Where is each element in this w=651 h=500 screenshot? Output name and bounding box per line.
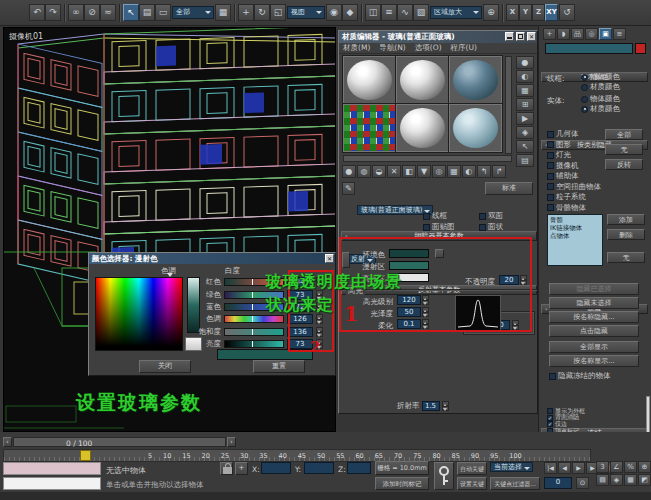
tab-display-icon[interactable]: ▣ bbox=[599, 28, 612, 40]
spec-level-spinner[interactable] bbox=[422, 295, 429, 305]
rotate-view-icon[interactable]: ↺ bbox=[559, 4, 575, 21]
menu-item[interactable]: 程序(U) bbox=[451, 43, 477, 53]
sample-vscrollbar[interactable] bbox=[505, 56, 512, 154]
go-to-parent-icon[interactable]: ↰ bbox=[477, 165, 491, 178]
ref-coord-dropdown[interactable]: 视图 bbox=[287, 6, 325, 19]
tab-hierarchy-icon[interactable]: 品 bbox=[571, 28, 584, 40]
go-to-sibling-icon[interactable]: ↱ bbox=[492, 165, 506, 178]
axis-x-button[interactable]: X bbox=[506, 4, 519, 21]
slider-spinner[interactable] bbox=[316, 290, 323, 300]
category-checkbox[interactable] bbox=[547, 141, 554, 148]
prev-frame-icon[interactable]: ◀ bbox=[558, 462, 571, 474]
pan-view-icon[interactable]: ⊕ bbox=[483, 4, 499, 21]
glossiness-spinner[interactable] bbox=[422, 307, 429, 317]
material-editor-titlebar[interactable]: 材质编辑器 - 玻璃(普通正面玻璃) ✕ bbox=[339, 31, 537, 43]
sample-type-icon[interactable]: ● bbox=[516, 56, 534, 69]
tab-utilities-icon[interactable]: ≡ bbox=[613, 28, 626, 40]
menu-item[interactable]: 选项(O) bbox=[415, 43, 442, 53]
slider-bar[interactable] bbox=[224, 291, 284, 299]
angle-snap-icon[interactable]: ∠ bbox=[610, 461, 623, 473]
slider-spinner[interactable] bbox=[316, 277, 323, 287]
category-remove-button[interactable]: 删除 bbox=[607, 229, 645, 240]
color-selector-titlebar[interactable]: 颜色选择器: 漫射色 ✕ bbox=[89, 253, 335, 264]
selection-set-dropdown[interactable]: 当前选择 bbox=[490, 462, 533, 472]
keyboard-override-icon[interactable]: ▤ bbox=[596, 474, 609, 486]
axis-xy-button[interactable]: XY bbox=[545, 4, 558, 21]
schematic-view-icon[interactable]: ▧ bbox=[413, 4, 429, 21]
track-left-arrow[interactable]: ‹ bbox=[3, 437, 12, 447]
go-to-start-icon[interactable]: |◀ bbox=[544, 462, 557, 474]
wire-object-color-radio[interactable] bbox=[581, 74, 588, 81]
crossing-icon[interactable]: ◩ bbox=[638, 474, 651, 486]
lock-ambient-diffuse-icon[interactable] bbox=[342, 252, 350, 268]
map-navigator-icon[interactable]: ▤ bbox=[516, 154, 534, 167]
slider-spinner[interactable] bbox=[316, 302, 323, 312]
select-by-name-icon[interactable]: ▤ bbox=[139, 4, 155, 21]
category-checkbox[interactable] bbox=[547, 204, 554, 211]
pick-material-icon[interactable]: ✎ bbox=[342, 182, 355, 195]
track-range-bar[interactable]: 0 / 100 bbox=[13, 437, 226, 447]
current-frame-field[interactable]: 0 bbox=[544, 477, 572, 489]
absolute-offset-toggle[interactable]: + bbox=[235, 462, 248, 475]
shaded-object-color-radio[interactable] bbox=[581, 96, 588, 103]
slider-bar[interactable] bbox=[224, 340, 284, 348]
slider-spinner[interactable] bbox=[316, 327, 323, 337]
rollout-shader-basic[interactable]: -明暗器基本参数 bbox=[341, 231, 537, 241]
rollout-basic-params[interactable]: -反射基本参数 bbox=[341, 285, 537, 295]
show-map-icon[interactable]: ▦ bbox=[447, 165, 461, 178]
undo-icon[interactable]: ↶ bbox=[29, 4, 45, 21]
hide-button[interactable]: 按名称隐藏... bbox=[549, 311, 639, 323]
glossiness-field[interactable]: 50 bbox=[397, 307, 421, 317]
hide-button[interactable]: 隐藏未选择 bbox=[549, 297, 639, 309]
close-icon[interactable]: ✕ bbox=[527, 32, 536, 41]
redo-icon[interactable]: ↷ bbox=[45, 4, 61, 21]
region-select-icon[interactable]: ▭ bbox=[155, 4, 171, 21]
reset-button[interactable]: 重置 bbox=[253, 360, 305, 373]
get-material-icon[interactable]: ● bbox=[342, 165, 356, 178]
display-prop-checkbox[interactable] bbox=[547, 408, 553, 414]
material-sample-slot[interactable] bbox=[396, 56, 449, 104]
isolate-icon[interactable]: ◈ bbox=[610, 474, 623, 486]
material-type-button[interactable]: 标准 bbox=[485, 182, 533, 195]
slider-bar[interactable] bbox=[224, 278, 284, 286]
object-color-bar[interactable] bbox=[545, 43, 633, 54]
mirror-icon[interactable]: ◫ bbox=[365, 4, 381, 21]
sample-tiling-icon[interactable]: ⊞ bbox=[516, 98, 534, 111]
align-icon[interactable]: ≡ bbox=[381, 4, 397, 21]
key-filters-button[interactable]: 关键点过滤器... bbox=[490, 477, 540, 490]
slider-bar[interactable] bbox=[224, 315, 284, 323]
maxscript-mini-listener-white[interactable] bbox=[3, 477, 101, 490]
select-rotate-icon[interactable]: ↻ bbox=[254, 4, 270, 21]
category-button[interactable]: 无 bbox=[605, 144, 643, 155]
zoom-mode-dropdown[interactable]: 区域放大 bbox=[430, 6, 482, 19]
category-checkbox[interactable] bbox=[547, 131, 554, 138]
display-prop-checkbox[interactable]: ✓ bbox=[547, 421, 553, 427]
category-checkbox[interactable] bbox=[547, 183, 554, 190]
opacity-value-field[interactable]: 20 bbox=[499, 275, 519, 285]
material-sample-slot[interactable] bbox=[343, 104, 396, 152]
hide-button[interactable]: 点击隐藏 bbox=[549, 325, 639, 337]
axis-z-button[interactable]: Z bbox=[532, 4, 545, 21]
unlink-icon[interactable]: ⊘ bbox=[84, 4, 100, 21]
menu-item[interactable]: 材质(M) bbox=[343, 43, 370, 53]
material-effects-icon[interactable]: ◎ bbox=[432, 165, 446, 178]
tab-create-icon[interactable]: + bbox=[543, 28, 556, 40]
options-icon[interactable]: ◈ bbox=[516, 126, 534, 139]
soften-spinner[interactable] bbox=[422, 319, 429, 329]
set-key-button[interactable]: 设置关键点 bbox=[457, 477, 487, 490]
face-map-checkbox[interactable] bbox=[423, 224, 430, 231]
slider-value-field[interactable]: 136 bbox=[287, 327, 313, 337]
unhide-button[interactable]: 按名称显示... bbox=[549, 355, 639, 367]
show-end-result-icon[interactable]: ◐ bbox=[462, 165, 476, 178]
category-button[interactable]: 全部 bbox=[605, 129, 643, 140]
object-color-swatch[interactable] bbox=[635, 43, 646, 54]
ambient-color-swatch[interactable] bbox=[389, 249, 429, 258]
put-to-library-icon[interactable]: ▼ bbox=[417, 165, 431, 178]
time-slider[interactable] bbox=[80, 450, 91, 461]
timeline-ruler[interactable]: 5101520253035404550556065707580859095100 bbox=[3, 449, 591, 462]
spinner-snap-icon[interactable]: ⊕ bbox=[638, 461, 651, 473]
two-sided-checkbox[interactable] bbox=[479, 213, 486, 220]
close-button[interactable]: 关闭 bbox=[139, 360, 191, 373]
slider-bar[interactable] bbox=[224, 303, 284, 311]
use-center-icon[interactable]: ◉ bbox=[326, 4, 342, 21]
